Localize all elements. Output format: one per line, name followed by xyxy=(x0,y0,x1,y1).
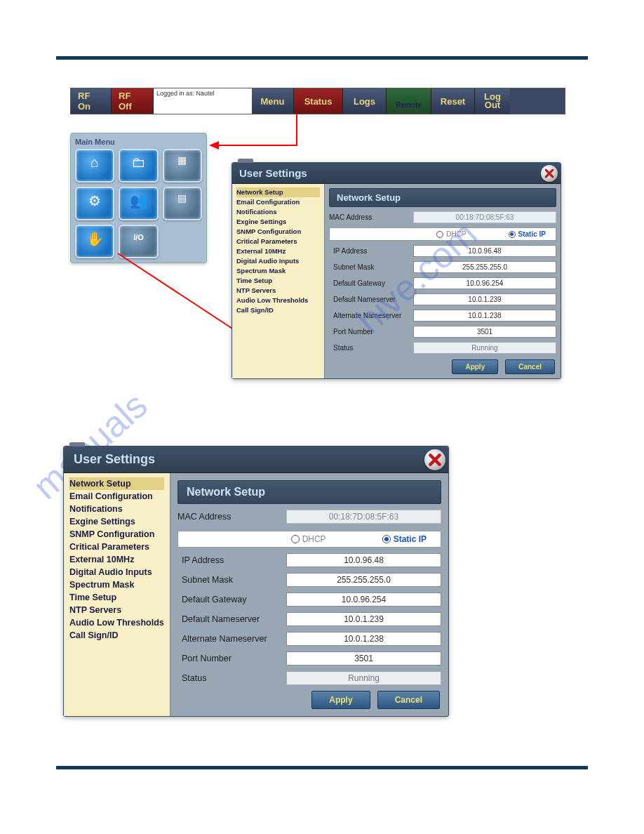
side-item-network-setup-b[interactable]: Network Setup xyxy=(69,477,164,490)
side-item-audio-low[interactable]: Audio Low Thresholds xyxy=(236,296,320,305)
status-button[interactable]: Status xyxy=(294,88,343,114)
mac-value-small: 00:18:7D:08:5F:63 xyxy=(413,211,556,223)
dns1-label-b: Default Nameserver xyxy=(177,614,286,624)
side-item-email-config[interactable]: Email Configuration xyxy=(236,197,320,207)
form-small: Network Setup MAC Address 00:18:7D:08:5F… xyxy=(325,184,561,378)
close-button-big[interactable] xyxy=(424,449,445,470)
subnet-label-b: Subnet Mask xyxy=(177,575,286,585)
main-menu-tile-io[interactable]: I/O xyxy=(119,225,158,258)
side-item-ext10mhz-b[interactable]: External 10MHz xyxy=(69,553,164,566)
side-list-small: Network Setup Email Configuration Notifi… xyxy=(232,184,325,378)
svg-line-0 xyxy=(118,253,250,340)
side-item-snmp-b[interactable]: SNMP Configuration xyxy=(69,528,164,541)
logout-button[interactable]: Log Out xyxy=(475,88,510,114)
subnet-input-s[interactable]: 255.255.255.0 xyxy=(413,261,556,273)
dns2-input-s[interactable]: 10.0.1.238 xyxy=(413,310,556,322)
dns1-input-s[interactable]: 10.0.1.239 xyxy=(413,293,556,305)
rf-on-button[interactable]: RF On xyxy=(71,88,112,114)
side-item-digital-audio[interactable]: Digital Audio Inputs xyxy=(236,256,320,266)
ip-mode-row-big: DHCP Static IP xyxy=(177,531,441,548)
port-input-b[interactable]: 3501 xyxy=(286,651,441,666)
divider-top xyxy=(56,56,588,60)
static-radio-big[interactable]: Static IP xyxy=(382,534,427,544)
menu-button[interactable]: Menu xyxy=(252,88,294,114)
dns2-label-s: Alternate Nameserver xyxy=(329,312,413,319)
side-item-notifications-b[interactable]: Notifications xyxy=(69,503,164,515)
side-item-ntp-b[interactable]: NTP Servers xyxy=(69,604,164,616)
apply-button-small[interactable]: Apply xyxy=(452,359,498,374)
dhcp-radio-big[interactable]: DHCP xyxy=(291,534,326,544)
main-menu-tile-user-settings[interactable]: ✋ xyxy=(75,225,114,258)
mac-label-big: MAC Address xyxy=(177,512,286,522)
form-big: Network Setup MAC Address 00:18:7D:08:5F… xyxy=(170,473,448,716)
port-input-s[interactable]: 3501 xyxy=(413,326,556,338)
side-item-ext10mhz[interactable]: External 10MHz xyxy=(236,246,320,256)
main-menu-tile-users[interactable]: 👥 xyxy=(119,187,158,220)
main-menu-tile-home[interactable]: ⌂ xyxy=(75,149,114,183)
user-settings-panel-big: User Settings Network Setup Email Config… xyxy=(63,446,449,717)
side-item-callsign[interactable]: Call Sign/ID xyxy=(236,305,320,315)
user-settings-panel-small: User Settings Network Setup Email Config… xyxy=(232,162,561,379)
ip-label-b: IP Address xyxy=(177,555,286,565)
side-item-email-config-b[interactable]: Email Configuration xyxy=(69,490,164,503)
divider-bottom xyxy=(56,766,588,769)
panel-title-big: User Settings xyxy=(74,452,155,466)
side-item-notifications[interactable]: Notifications xyxy=(236,207,320,217)
side-item-ntp[interactable]: NTP Servers xyxy=(236,286,320,296)
panel-header-small: User Settings xyxy=(232,163,561,184)
side-item-audio-low-b[interactable]: Audio Low Thresholds xyxy=(69,616,164,629)
side-item-spectrum-b[interactable]: Spectrum Mask xyxy=(69,578,164,591)
subnet-input-b[interactable]: 255.255.255.0 xyxy=(286,573,441,587)
arrow-menu-hline xyxy=(217,145,297,146)
cancel-button-small[interactable]: Cancel xyxy=(505,359,555,374)
local-label: Local xyxy=(399,93,417,101)
dhcp-radio-icon xyxy=(436,231,443,238)
side-item-callsign-b[interactable]: Call Sign/ID xyxy=(69,629,164,642)
cancel-button-big[interactable]: Cancel xyxy=(377,691,440,709)
logs-button[interactable]: Logs xyxy=(343,88,387,114)
dhcp-radio-icon-b xyxy=(291,535,300,543)
panel-header-big: User Settings xyxy=(64,446,448,473)
side-item-exgine[interactable]: Exgine Settings xyxy=(236,217,320,227)
ip-mode-row-small: DHCP Static IP xyxy=(329,227,556,241)
static-radio-small[interactable]: Static IP xyxy=(509,230,546,238)
side-item-critical-b[interactable]: Critical Parameters xyxy=(69,541,164,553)
rf-off-button[interactable]: RF Off xyxy=(112,88,154,114)
gateway-input-s[interactable]: 10.0.96.254 xyxy=(413,277,556,289)
logout-line2: Out xyxy=(485,101,500,110)
side-item-snmp[interactable]: SNMP Configuration xyxy=(236,227,320,237)
mac-label-small: MAC Address xyxy=(329,213,413,221)
local-remote-button[interactable]: Local Remote xyxy=(387,88,431,114)
main-menu-tile-factory[interactable]: ▦ xyxy=(163,149,202,183)
side-item-critical[interactable]: Critical Parameters xyxy=(236,237,320,246)
main-menu-tile-settings[interactable]: ⚙ xyxy=(75,187,114,220)
main-menu-tile-folder[interactable]: 🗀 xyxy=(119,149,158,183)
gateway-label-s: Default Gateway xyxy=(329,279,413,287)
main-menu-tile-changeover[interactable]: ▤ xyxy=(163,187,202,220)
gateway-input-b[interactable]: 10.0.96.254 xyxy=(286,593,441,607)
remote-label: Remote xyxy=(396,101,422,109)
reset-button[interactable]: Reset xyxy=(431,88,475,114)
status-label-s: Status xyxy=(329,344,413,352)
gateway-label-b: Default Gateway xyxy=(177,595,286,604)
panel-title-small: User Settings xyxy=(239,167,307,179)
close-button-small[interactable] xyxy=(541,165,558,182)
dns2-input-b[interactable]: 10.0.1.238 xyxy=(286,632,441,646)
dhcp-radio-small[interactable]: DHCP xyxy=(436,230,466,238)
ip-input-b[interactable]: 10.0.96.48 xyxy=(286,553,441,567)
port-label-b: Port Number xyxy=(177,654,286,663)
side-item-time-b[interactable]: Time Setup xyxy=(69,591,164,604)
side-item-exgine-b[interactable]: Exgine Settings xyxy=(69,515,164,528)
network-subheader-big: Network Setup xyxy=(177,480,441,504)
apply-button-big[interactable]: Apply xyxy=(311,691,370,709)
dns1-input-b[interactable]: 10.0.1.239 xyxy=(286,612,441,626)
side-item-spectrum[interactable]: Spectrum Mask xyxy=(236,266,320,276)
mac-value-big: 00:18:7D:08:5F:63 xyxy=(286,510,441,524)
side-list-big: Network Setup Email Configuration Notifi… xyxy=(64,473,170,716)
side-item-digital-audio-b[interactable]: Digital Audio Inputs xyxy=(69,566,164,578)
side-item-time[interactable]: Time Setup xyxy=(236,276,320,286)
side-item-network-setup[interactable]: Network Setup xyxy=(236,187,320,197)
dhcp-label-big: DHCP xyxy=(302,534,326,544)
ip-input-s[interactable]: 10.0.96.48 xyxy=(413,245,556,257)
static-label-small: Static IP xyxy=(518,230,546,238)
